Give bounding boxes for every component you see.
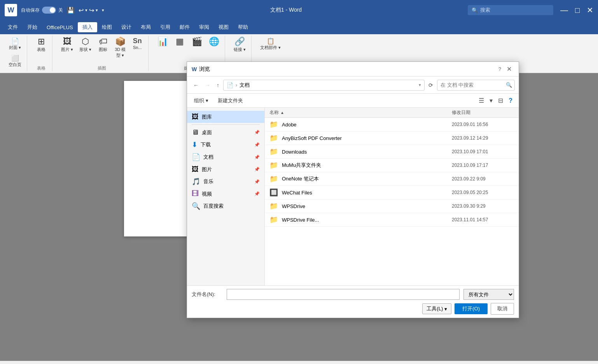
col-name-header[interactable]: 名称 ▲: [269, 109, 452, 116]
organize-button[interactable]: 组织 ▾: [191, 96, 212, 105]
ribbon-btn-video[interactable]: 🎬: [189, 36, 205, 48]
file-item-downloads[interactable]: 📁 Downloads 2023.10.09 17:01: [265, 145, 519, 159]
tools-button[interactable]: 工具(L) ▾: [422, 303, 451, 314]
redo-button[interactable]: ↪: [89, 7, 94, 14]
table-icon: ⊞: [38, 37, 45, 46]
pictures-icon: 🖼: [192, 165, 199, 173]
autosave-toggle[interactable]: [42, 7, 56, 14]
menu-item-home[interactable]: 开始: [23, 22, 42, 32]
file-item-wpsfile[interactable]: 📁 WPSDrive File... 2023.11.01 14:57: [265, 213, 519, 227]
menu-item-draw[interactable]: 绘图: [97, 22, 117, 32]
ribbon-media-items: 📊 ▦ 🎬 🌐: [155, 36, 222, 65]
maximize-button[interactable]: □: [575, 6, 580, 15]
ribbon-links-items: 🔗 链接 ▾: [231, 36, 248, 65]
new-folder-button[interactable]: 新建文件夹: [215, 96, 246, 105]
dialog-close-button[interactable]: ✕: [504, 65, 514, 74]
ribbon-btn-picture[interactable]: 🖼 图片 ▾: [59, 36, 75, 54]
menu-item-file[interactable]: 文件: [3, 22, 23, 32]
menu-item-officeplus[interactable]: OfficePLUS: [42, 23, 78, 32]
close-button[interactable]: ✕: [587, 5, 593, 15]
minimize-button[interactable]: —: [560, 6, 568, 15]
ribbon-btn-chart[interactable]: 📊: [155, 36, 170, 48]
ribbon-btn-table[interactable]: ⊞ 表格: [33, 36, 49, 54]
file-item-wechat[interactable]: 🔲 WeChat Files 2023.09.05 20:25: [265, 186, 519, 200]
file-name-onenote: OneNote 笔记本: [282, 175, 452, 182]
back-button[interactable]: ←: [191, 80, 201, 90]
file-item-wpsdrive[interactable]: 📁 WPSDrive 2023.09.30 9:29: [265, 200, 519, 213]
refresh-button[interactable]: ⟳: [426, 81, 435, 89]
menu-item-layout[interactable]: 布局: [136, 22, 156, 32]
search-box[interactable]: 🔍 搜索: [468, 5, 553, 15]
dialog-help-button[interactable]: ?: [498, 66, 501, 72]
menu-item-review[interactable]: 审阅: [194, 22, 214, 32]
forward-button[interactable]: →: [203, 80, 213, 90]
filename-input[interactable]: [227, 289, 460, 300]
file-item-anybiz[interactable]: 📁 AnyBizSoft PDF Converter 2023.09.12 14…: [265, 131, 519, 145]
address-bar[interactable]: 📄 › 文档 ▾: [223, 80, 425, 91]
music-icon: 🎵: [192, 177, 200, 186]
left-panel-item-videos[interactable]: 🎞 视频 📌: [187, 188, 264, 200]
address-separator: ›: [236, 82, 237, 88]
left-panel-item-music[interactable]: 🎵 音乐 📌: [187, 175, 264, 188]
autosave-label: 自动保存: [21, 7, 40, 14]
up-button[interactable]: ↑: [214, 80, 222, 90]
ribbon-btn-break[interactable]: ✂ 分页: [6, 70, 24, 73]
view-list-button[interactable]: ☰: [476, 96, 486, 105]
ribbon-btn-screenshot[interactable]: Sn Sn...: [129, 36, 145, 51]
menu-item-insert[interactable]: 插入: [78, 22, 97, 32]
undo-button[interactable]: ↩: [79, 7, 84, 14]
search-bar[interactable]: 🔍: [437, 80, 515, 91]
left-panel-item-pictures[interactable]: 🖼 图片 📌: [187, 163, 264, 175]
cancel-button[interactable]: 取消: [491, 303, 514, 315]
customize-qat[interactable]: ▾: [102, 8, 104, 13]
open-button[interactable]: 打开(O): [455, 303, 488, 314]
organize-chevron: ▾: [206, 98, 208, 103]
search-icon: 🔍: [472, 7, 478, 13]
menu-item-mailings[interactable]: 邮件: [175, 22, 194, 32]
filetype-select[interactable]: 所有文件: [463, 289, 514, 300]
ribbon-btn-docparts[interactable]: 📋 文档部件 ▾: [258, 36, 283, 52]
dialog-nav: ← → ↑ 📄 › 文档 ▾ ⟳ 🔍: [187, 77, 519, 94]
menu-item-view[interactable]: 视图: [214, 22, 233, 32]
left-panel-item-desktop[interactable]: 🖥 桌面 📌: [187, 126, 264, 138]
ribbon-group-illustrations: 🖼 图片 ▾ ⬡ 形状 ▾ 🏷 图标 📦 3D 模型 ▾ Sn Sn... 插图: [56, 36, 149, 71]
file-item-mumu[interactable]: 📁 MuMu共享文件夹 2023.10.09 17:17: [265, 159, 519, 172]
file-date-downloads: 2023.10.09 17:01: [452, 149, 514, 154]
save-icon[interactable]: 💾: [67, 7, 75, 14]
folder-icon-wpsfile: 📁: [269, 215, 278, 224]
blank-page-icon: ⬜: [11, 54, 19, 62]
icon-icon: 🏷: [99, 37, 107, 46]
left-panel-item-downloads[interactable]: ⬇ 下载 📌: [187, 138, 264, 151]
ribbon-btn-link[interactable]: 🔗 链接 ▾: [231, 36, 248, 54]
file-date-anybiz: 2023.09.12 14:29: [452, 135, 514, 141]
ribbon-btn-shape[interactable]: ⬡ 形状 ▾: [77, 36, 94, 54]
left-panel-item-docs[interactable]: 📄 文档 📌: [187, 151, 264, 163]
menu-item-help[interactable]: 帮助: [233, 22, 253, 32]
docs-icon: 📄: [192, 153, 200, 161]
file-item-adobe[interactable]: 📁 Adobe 2023.09.01 16:56: [265, 118, 519, 131]
ribbon-btn-web[interactable]: 🌐: [206, 36, 222, 48]
file-item-onenote[interactable]: 📁 OneNote 笔记本 2023.09.22 9:09: [265, 172, 519, 186]
menu-item-design[interactable]: 设计: [117, 22, 136, 32]
view-help-button[interactable]: ?: [506, 96, 515, 105]
view-panel-button[interactable]: ⊟: [496, 96, 505, 105]
file-list-header[interactable]: 名称 ▲ 修改日期: [265, 108, 519, 118]
title-bar: W 自动保存 关 💾 ↩ ▾ ↪ ▾ ▾ 文档1 - Word 🔍 搜索 — □…: [0, 0, 598, 20]
undo-redo-group: ↩ ▾ ↪ ▾: [79, 7, 98, 14]
view-dropdown-button[interactable]: ▾: [487, 96, 495, 105]
ribbon-pages-items: 📄 封面 ▾ ⬜ 空白页 ✂ 分页: [6, 36, 24, 73]
menu-item-references[interactable]: 引用: [156, 22, 175, 32]
search-input[interactable]: [441, 82, 506, 88]
ribbon-btn-cover[interactable]: 📄 封面 ▾: [6, 36, 24, 52]
address-chevron[interactable]: ▾: [419, 82, 421, 88]
ribbon-btn-3d[interactable]: 📦 3D 模型 ▾: [112, 36, 128, 60]
left-panel-item-baidu[interactable]: 🔍 百度搜索: [187, 200, 264, 212]
undo-dropdown[interactable]: ▾: [85, 8, 87, 13]
col-date-header[interactable]: 修改日期: [452, 109, 514, 116]
left-panel-item-gallery[interactable]: 🖼 图库: [187, 111, 264, 123]
ribbon-btn-blank[interactable]: ⬜ 空白页: [6, 53, 24, 69]
ribbon-btn-icon[interactable]: 🏷 图标: [95, 36, 111, 54]
filename-label: 文件名(N):: [192, 291, 223, 298]
ribbon-btn-grid[interactable]: ▦: [172, 36, 187, 48]
redo-dropdown[interactable]: ▾: [96, 8, 98, 13]
